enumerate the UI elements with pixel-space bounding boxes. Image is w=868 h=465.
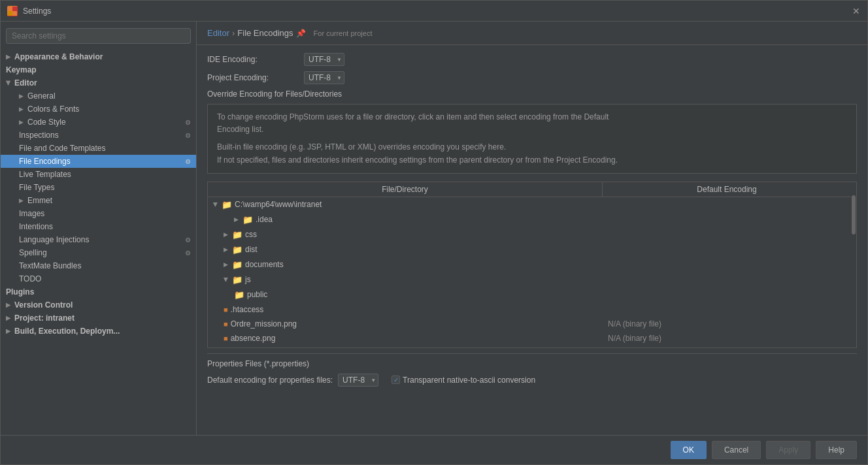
search-input[interactable]	[6, 28, 191, 44]
properties-row: Default encoding for properties files: U…	[207, 374, 857, 387]
tree-arrow-expanded-icon: ▶	[223, 278, 229, 282]
table-row[interactable]: ■ absence.png N/A (binary file)	[208, 331, 851, 345]
breadcrumb-current: File Encodings	[237, 28, 293, 38]
table-row[interactable]: ▶ 📁 js	[208, 272, 851, 287]
sidebar-item-appearance-behavior[interactable]: ▶ Appearance & Behavior	[1, 49, 196, 63]
svg-rect-1	[12, 7, 17, 11]
table-row[interactable]: ■ Ordre_mission.png N/A (binary file)	[208, 317, 851, 331]
override-info-line2: Built-in file encoding (e.g. JSP, HTML o…	[217, 141, 847, 166]
sidebar-item-file-types[interactable]: File Types	[1, 181, 196, 194]
transparent-checkbox-wrapper: Transparent native-to-ascii conversion	[392, 376, 535, 385]
file-name: C:\wamp64\www\intranet	[235, 200, 322, 209]
arrow-icon: ▶	[19, 93, 24, 99]
file-path: ▶ 📁 .idea	[218, 214, 603, 226]
sidebar-item-emmet[interactable]: ▶ Emmet	[1, 194, 196, 207]
sidebar-item-textmate-bundles[interactable]: TextMate Bundles	[1, 259, 196, 272]
ide-encoding-select[interactable]: UTF-8	[304, 53, 344, 66]
sidebar-item-version-control[interactable]: ▶ Version Control	[1, 298, 196, 312]
arrow-icon: ▶	[19, 106, 24, 112]
app-icon	[7, 6, 18, 16]
arrow-icon: ▶	[5, 81, 12, 86]
sidebar-item-intentions[interactable]: Intentions	[1, 220, 196, 233]
settings-icon: ⚙	[185, 119, 191, 126]
sidebar-item-plugins[interactable]: Plugins	[1, 285, 196, 298]
sidebar-label: Build, Execution, Deploym...	[14, 327, 120, 336]
transparent-checkbox[interactable]	[392, 376, 400, 384]
project-encoding-select[interactable]: UTF-8	[304, 71, 344, 84]
file-encoding	[603, 248, 851, 251]
file-name: dist	[245, 245, 258, 254]
apply-button[interactable]: Apply	[766, 441, 810, 459]
help-button[interactable]: Help	[816, 441, 857, 459]
properties-title: Properties Files (*.properties)	[207, 359, 857, 368]
file-encoding	[603, 233, 851, 236]
sidebar-item-build-execution[interactable]: ▶ Build, Execution, Deploym...	[1, 325, 196, 338]
transparent-label: Transparent native-to-ascii conversion	[403, 376, 535, 385]
table-row[interactable]: ▶ 📁 C:\wamp64\www\intranet	[208, 197, 851, 212]
table-main: File/Directory Default Encoding ▶ 📁 C:\	[208, 182, 851, 347]
sidebar-item-file-encodings[interactable]: File Encodings ⚙	[1, 155, 196, 168]
file-path: ▶ 📁 dist	[208, 244, 603, 256]
sidebar-item-inspections[interactable]: Inspections ⚙	[1, 129, 196, 142]
close-button[interactable]: ✕	[852, 7, 861, 16]
arrow-icon: ▶	[6, 328, 10, 334]
properties-encoding-label: Default encoding for properties files:	[207, 376, 333, 385]
folder-icon: 📁	[232, 260, 242, 270]
file-encoding: N/A (binary file)	[603, 332, 851, 344]
override-info-line1: To change encoding PhpStorm uses for a f…	[217, 111, 847, 136]
sidebar-item-spelling[interactable]: Spelling ⚙	[1, 246, 196, 259]
sidebar-label: Editor	[14, 78, 37, 88]
file-icon: ■	[224, 306, 228, 313]
svg-rect-2	[8, 11, 12, 16]
sidebar-item-colors-fonts[interactable]: ▶ Colors & Fonts	[1, 103, 196, 116]
breadcrumb-parent[interactable]: Editor	[207, 28, 229, 38]
properties-encoding-select[interactable]: UTF-8	[338, 374, 378, 387]
file-name: .idea	[256, 215, 273, 224]
table-row[interactable]: ■ annuaire.png N/A (binary file)	[208, 345, 851, 347]
file-path: 📁 public	[208, 289, 603, 301]
breadcrumb: Editor › File Encodings 📌 For current pr…	[197, 22, 867, 45]
svg-rect-0	[8, 7, 12, 11]
ide-encoding-label: IDE Encoding:	[207, 55, 299, 64]
sidebar-item-todo[interactable]: TODO	[1, 272, 196, 285]
file-path: ▶ 📁 C:\wamp64\www\intranet	[208, 199, 603, 211]
sidebar-item-editor[interactable]: ▶ Editor	[1, 76, 196, 89]
sidebar-item-project-intranet[interactable]: ▶ Project: intranet	[1, 312, 196, 325]
sidebar-item-language-injections[interactable]: Language Injections ⚙	[1, 233, 196, 246]
table-row[interactable]: ▶ 📁 .idea	[208, 212, 851, 227]
cancel-button[interactable]: Cancel	[712, 441, 761, 459]
table-row[interactable]: 📁 public	[208, 287, 851, 302]
scrollbar-thumb	[852, 195, 856, 234]
tree-arrow-icon: ▶	[234, 216, 239, 223]
table-row[interactable]: ■ .htaccess	[208, 302, 851, 317]
sidebar-item-images[interactable]: Images	[1, 207, 196, 220]
file-path: ■ .htaccess	[208, 304, 603, 315]
properties-encoding-select-wrapper: UTF-8	[338, 374, 378, 387]
col-header-default-encoding: Default Encoding	[603, 182, 851, 197]
table-row[interactable]: ▶ 📁 css	[208, 227, 851, 242]
file-encoding	[603, 218, 851, 221]
image-file-icon: ■	[224, 320, 228, 328]
scrollbar[interactable]	[851, 182, 856, 347]
sidebar-label: Plugins	[6, 287, 34, 297]
override-section: Override Encoding for Files/Directories …	[207, 89, 857, 387]
sidebar-item-live-templates[interactable]: Live Templates	[1, 168, 196, 181]
sidebar-item-code-style[interactable]: ▶ Code Style ⚙	[1, 116, 196, 129]
sidebar-label: Images	[19, 209, 44, 218]
ok-button[interactable]: OK	[671, 441, 707, 459]
file-encoding: N/A (binary file)	[603, 347, 851, 347]
sidebar-label: Language Injections	[19, 235, 89, 244]
sidebar-item-keymap[interactable]: Keymap	[1, 63, 196, 76]
sidebar-label: General	[27, 91, 56, 101]
sidebar-item-general[interactable]: ▶ General	[1, 89, 196, 103]
folder-icon: 📁	[232, 245, 242, 255]
sidebar-label: Code Style	[27, 118, 66, 127]
image-file-icon: ■	[224, 334, 228, 342]
table-row[interactable]: ▶ 📁 documents	[208, 257, 851, 272]
dialog-title: Settings	[23, 7, 51, 16]
override-info: To change encoding PhpStorm uses for a f…	[207, 104, 857, 174]
settings-icon: ⚙	[185, 132, 191, 139]
table-row[interactable]: ▶ 📁 dist	[208, 242, 851, 257]
tree-arrow-icon: ▶	[224, 246, 228, 253]
sidebar-item-file-code-templates[interactable]: File and Code Templates	[1, 142, 196, 155]
